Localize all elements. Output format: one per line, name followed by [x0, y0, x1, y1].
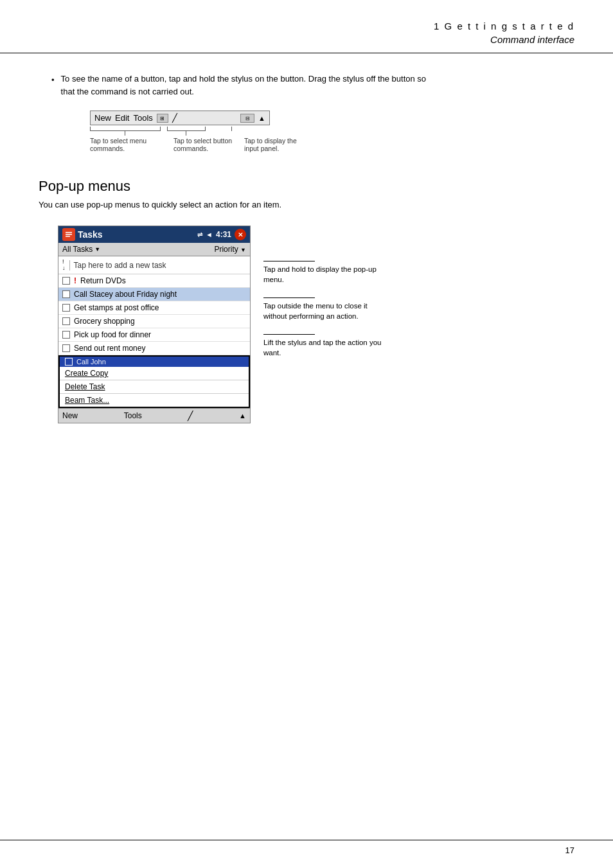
pda-close-button[interactable]: ✕ — [235, 229, 246, 240]
toolbar-tools: Tools — [133, 113, 152, 123]
pda-priority-right: Priority ▼ — [214, 245, 246, 254]
pda-task-list: ! Return DVDs Call Stacey about Friday n… — [58, 274, 250, 355]
header: 1 G e t t i n g s t a r t e d Command in… — [0, 0, 613, 53]
task-checkbox[interactable] — [62, 304, 70, 312]
annotation-line-1 — [263, 261, 315, 261]
annotation-1: Tap and hold to display the pop-up menu. — [263, 261, 392, 285]
pda-status-right: ⇌ ◄ 4:31 ✕ — [197, 229, 246, 240]
toolbar-label-menu: Tap to select menu commands. — [90, 137, 167, 152]
annotation-line-3 — [263, 334, 315, 335]
table-row: Pick up food for dinner — [58, 328, 250, 342]
pda-bottom-pen-icon: ╱ — [188, 411, 193, 421]
annotation-text-1: Tap and hold to display the pop-up menu. — [263, 264, 392, 285]
toolbar-pen-icon: ╱ — [172, 113, 177, 123]
annotation-2: Tap outside the menu to close it without… — [263, 297, 392, 321]
header-text: 1 G e t t i n g s t a r t e d Command in… — [434, 19, 574, 46]
task-priority-icon: ! — [74, 276, 76, 285]
task-text: Return DVDs — [80, 276, 126, 285]
popup-desc: You can use pop-up menus to quickly sele… — [39, 200, 574, 209]
bullet-dot: • — [51, 74, 55, 98]
pda-filter-bar: All Tasks ▼ Priority ▼ — [58, 243, 250, 256]
annotation-3: Lift the stylus and tap the action you w… — [263, 334, 392, 358]
page: 1 G e t t i n g s t a r t e d Command in… — [0, 0, 613, 868]
table-row: Call Stacey about Friday night — [58, 288, 250, 301]
context-menu-item-delete-task[interactable]: Delete Task — [60, 380, 249, 394]
popup-section: Pop-up menus You can use pop-up menus to… — [39, 178, 574, 423]
sort-up-icon: ! — [62, 259, 66, 265]
annotation-text-2: Tap outside the menu to close it without… — [263, 301, 392, 321]
chapter-title: 1 G e t t i n g s t a r t e d — [434, 19, 574, 33]
pda-bottom-new[interactable]: New — [62, 411, 78, 420]
svg-rect-2 — [66, 234, 72, 235]
pda-add-task-text[interactable]: Tap here to add a new task — [74, 261, 247, 270]
pda-area: Tasks ⇌ ◄ 4:31 ✕ All Tasks ▼ — [58, 226, 574, 423]
sort-down-icon: ↓ — [62, 265, 66, 271]
bracket-button — [167, 127, 218, 136]
bullet-item: • To see the name of a button, tap and h… — [51, 73, 574, 98]
toolbar-panel-icon[interactable]: ⊟ — [240, 114, 254, 123]
pda-filter-left: All Tasks ▼ — [62, 245, 100, 254]
pda-context-menu: Call John Create Copy Delete Task Beam T… — [58, 355, 250, 408]
pda-signal-icon: ⇌ — [197, 231, 202, 238]
context-menu-item-beam-task[interactable]: Beam Task... — [60, 394, 249, 407]
task-checkbox[interactable] — [62, 290, 70, 298]
pda-sort-icons: ! ↓ — [62, 259, 66, 271]
footer: 17 — [0, 840, 613, 855]
task-input-divider — [69, 260, 70, 270]
pda-task-input-row[interactable]: ! ↓ Tap here to add a new task — [58, 256, 250, 274]
pda-app-icon — [62, 228, 75, 241]
toolbar-label-panel: Tap to display the input panel. — [244, 137, 302, 152]
table-row: Get stamps at post office — [58, 301, 250, 315]
task-text: Pick up food for dinner — [74, 330, 151, 339]
toolbar-grid-icon[interactable]: ⊞ — [157, 114, 168, 123]
toolbar-labels: Tap to select menu commands. Tap to sele… — [90, 137, 308, 152]
bullet-section: • To see the name of a button, tap and h… — [51, 73, 574, 152]
annotation-text-3: Lift the stylus and tap the action you w… — [263, 337, 392, 358]
task-text: Get stamps at post office — [74, 303, 159, 312]
annotation-line-2 — [263, 297, 315, 298]
toolbar-arrow-icon[interactable]: ▲ — [258, 114, 265, 122]
task-text: Call Stacey about Friday night — [74, 290, 177, 299]
table-row: ! Return DVDs — [58, 274, 250, 288]
pda-status-bar: Tasks ⇌ ◄ 4:31 ✕ — [58, 226, 250, 243]
pda-bottom-bar: New Tools ╱ ▲ — [58, 408, 250, 423]
pda-frame: Tasks ⇌ ◄ 4:31 ✕ All Tasks ▼ — [58, 226, 251, 423]
bullet-text: To see the name of a button, tap and hol… — [61, 73, 434, 98]
task-checkbox[interactable] — [62, 344, 70, 352]
pda-bottom-arrow-icon[interactable]: ▲ — [239, 412, 246, 420]
pda-app-name: Tasks — [78, 229, 103, 240]
bracket-panel — [231, 127, 232, 136]
task-text: Grocery shopping — [74, 317, 135, 326]
pda-priority-arrow[interactable]: ▼ — [240, 247, 246, 253]
pda-filter-label[interactable]: All Tasks — [62, 245, 93, 254]
pda-priority-label[interactable]: Priority — [214, 245, 238, 254]
toolbar-label-button: Tap to select button commands. — [173, 137, 238, 152]
annotations: Tap and hold to display the pop-up menu.… — [263, 261, 392, 368]
pda-context-header: Call John — [60, 357, 249, 367]
toolbar-edit: Edit — [115, 113, 129, 123]
toolbar-diagram: New Edit Tools ⊞ ╱ ⊟ ▲ — [90, 111, 574, 152]
bracket-menu — [90, 127, 167, 136]
task-text: Send out rent money — [74, 344, 145, 353]
pda-status-left: Tasks — [62, 228, 103, 241]
chapter-subtitle: Command interface — [434, 33, 574, 46]
pda-filter-arrow[interactable]: ▼ — [94, 246, 100, 252]
task-checkbox[interactable] — [62, 277, 70, 285]
task-checkbox[interactable] — [62, 317, 70, 325]
toolbar-visual: New Edit Tools ⊞ ╱ ⊟ ▲ — [90, 111, 270, 125]
toolbar-new: New — [94, 113, 111, 123]
pda-bottom-tools[interactable]: Tools — [124, 411, 142, 420]
bracket-row — [90, 127, 270, 136]
context-checkbox — [65, 358, 73, 366]
pda-sound-icon: ◄ — [206, 231, 213, 238]
content-area: • To see the name of a button, tap and h… — [0, 53, 613, 449]
page-number: 17 — [565, 846, 574, 855]
pda-time: 4:31 — [216, 230, 231, 239]
table-row: Grocery shopping — [58, 315, 250, 328]
context-menu-item-create-copy[interactable]: Create Copy — [60, 367, 249, 380]
pda-context-task-name: Call John — [76, 358, 106, 366]
svg-rect-1 — [66, 232, 72, 233]
table-row: Send out rent money — [58, 342, 250, 355]
task-checkbox[interactable] — [62, 331, 70, 339]
popup-title: Pop-up menus — [39, 178, 574, 195]
